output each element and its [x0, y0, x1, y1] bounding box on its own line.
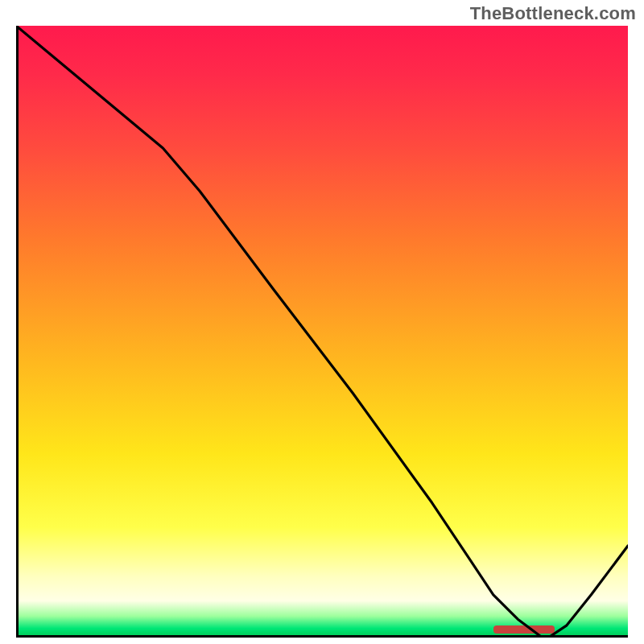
gradient-background — [16, 26, 628, 638]
plot-area — [16, 26, 628, 638]
optimal-range-marker — [493, 625, 555, 634]
chart-container: TheBottleneck.com — [0, 0, 644, 644]
attribution-label: TheBottleneck.com — [470, 3, 636, 24]
